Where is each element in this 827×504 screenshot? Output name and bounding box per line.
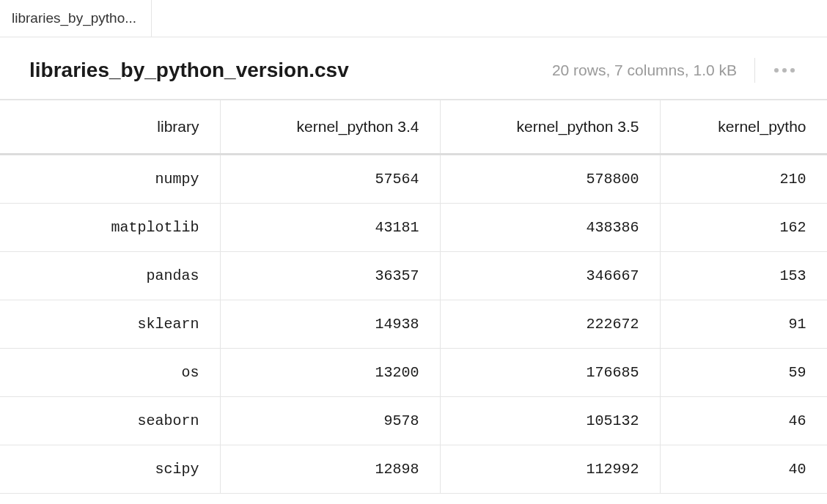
cell-library: seaborn bbox=[0, 397, 220, 445]
col-header-kernel-python-3-4[interactable]: kernel_python 3.4 bbox=[220, 100, 440, 155]
cell-value: 40 bbox=[660, 445, 827, 494]
table-row[interactable]: pandas 36357 346667 153 bbox=[0, 252, 827, 300]
separator bbox=[754, 58, 755, 83]
table-row[interactable]: seaborn 9578 105132 46 bbox=[0, 397, 827, 445]
cell-value: 210 bbox=[660, 155, 827, 204]
cell-value: 578800 bbox=[440, 155, 660, 204]
cell-value: 162 bbox=[660, 204, 827, 252]
cell-library: scipy bbox=[0, 445, 220, 494]
table-row[interactable]: matplotlib 43181 438386 162 bbox=[0, 204, 827, 252]
dots-icon bbox=[790, 68, 795, 73]
cell-value: 176685 bbox=[440, 349, 660, 397]
cell-value: 153 bbox=[660, 252, 827, 300]
tab-bar: libraries_by_pytho... bbox=[0, 0, 827, 37]
file-meta: 20 rows, 7 columns, 1.0 kB bbox=[552, 62, 737, 79]
table-body: numpy 57564 578800 210 matplotlib 43181 … bbox=[0, 155, 827, 494]
cell-value: 346667 bbox=[440, 252, 660, 300]
header: libraries_by_python_version.csv 20 rows,… bbox=[0, 37, 827, 99]
cell-value: 14938 bbox=[220, 300, 440, 349]
cell-value: 112992 bbox=[440, 445, 660, 494]
cell-value: 105132 bbox=[440, 397, 660, 445]
cell-library: sklearn bbox=[0, 300, 220, 349]
cell-value: 9578 bbox=[220, 397, 440, 445]
cell-library: matplotlib bbox=[0, 204, 220, 252]
table-row[interactable]: os 13200 176685 59 bbox=[0, 349, 827, 397]
cell-library: pandas bbox=[0, 252, 220, 300]
page-title: libraries_by_python_version.csv bbox=[29, 59, 552, 82]
cell-value: 222672 bbox=[440, 300, 660, 349]
cell-library: numpy bbox=[0, 155, 220, 204]
cell-value: 36357 bbox=[220, 252, 440, 300]
dots-icon bbox=[774, 68, 779, 73]
cell-value: 43181 bbox=[220, 204, 440, 252]
more-button[interactable] bbox=[771, 64, 798, 77]
table-row[interactable]: numpy 57564 578800 210 bbox=[0, 155, 827, 204]
cell-value: 59 bbox=[660, 349, 827, 397]
cell-value: 13200 bbox=[220, 349, 440, 397]
table-row[interactable]: sklearn 14938 222672 91 bbox=[0, 300, 827, 349]
col-header-kernel-pytho[interactable]: kernel_pytho bbox=[660, 100, 827, 155]
table-row[interactable]: scipy 12898 112992 40 bbox=[0, 445, 827, 494]
dots-icon bbox=[782, 68, 787, 73]
cell-value: 438386 bbox=[440, 204, 660, 252]
cell-value: 57564 bbox=[220, 155, 440, 204]
col-header-kernel-python-3-5[interactable]: kernel_python 3.5 bbox=[440, 100, 660, 155]
cell-value: 12898 bbox=[220, 445, 440, 494]
cell-library: os bbox=[0, 349, 220, 397]
cell-value: 46 bbox=[660, 397, 827, 445]
data-table: library kernel_python 3.4 kernel_python … bbox=[0, 100, 827, 494]
data-table-wrap: library kernel_python 3.4 kernel_python … bbox=[0, 99, 827, 494]
cell-value: 91 bbox=[660, 300, 827, 349]
col-header-library[interactable]: library bbox=[0, 100, 220, 155]
table-header-row: library kernel_python 3.4 kernel_python … bbox=[0, 100, 827, 155]
tab-file[interactable]: libraries_by_pytho... bbox=[0, 0, 152, 37]
